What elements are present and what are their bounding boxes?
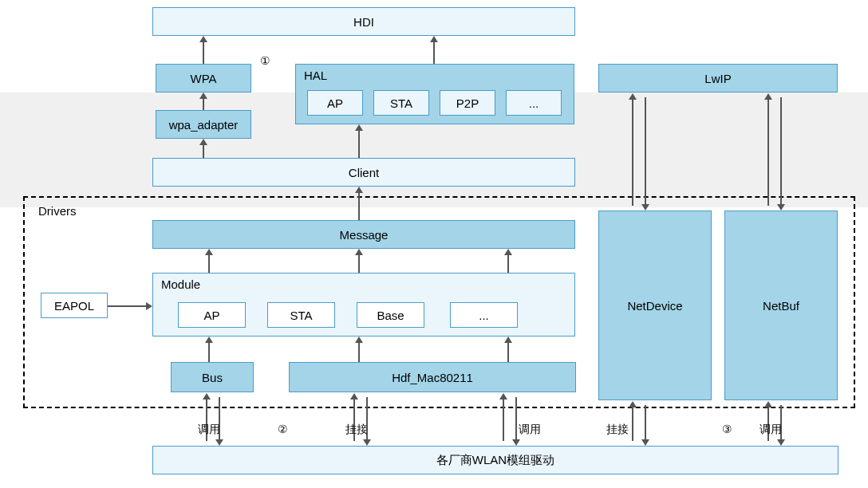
hal-more: ...	[506, 90, 562, 116]
lwip-label: LwIP	[704, 72, 731, 85]
arrow-head	[199, 36, 207, 42]
arrow-head	[355, 187, 363, 193]
arrow-head	[430, 36, 438, 42]
arrow-head	[205, 249, 213, 255]
arrow	[358, 190, 360, 220]
vendor-box: 各厂商WLAN模组驱动	[152, 446, 838, 474]
arrow	[507, 340, 509, 362]
module-title: Module	[161, 277, 200, 291]
lwip-box: LwIP	[598, 64, 838, 92]
arrow-head	[146, 302, 152, 310]
arrow-head	[629, 401, 637, 407]
arrow-head	[203, 393, 211, 399]
module-base: Base	[357, 302, 424, 328]
arrow	[632, 405, 633, 441]
arrow	[632, 97, 633, 206]
arrow-head	[512, 439, 520, 446]
anno-hook1: 挂接	[345, 423, 368, 437]
module-sta: STA	[267, 302, 335, 328]
hdfmac-box: Hdf_Mac80211	[289, 362, 576, 392]
drivers-title: Drivers	[38, 204, 77, 218]
arrow-head	[199, 139, 207, 145]
num1: ①	[260, 54, 270, 67]
arrow	[358, 340, 360, 362]
wpa-box: WPA	[156, 64, 251, 92]
arrow-head	[764, 93, 772, 100]
num2: ②	[278, 423, 288, 435]
hdi-label: HDI	[353, 15, 374, 29]
hdfmac-label: Hdf_Mac80211	[392, 371, 473, 384]
anno-call1: 调用	[198, 423, 220, 437]
arrow-head	[629, 93, 637, 100]
module-ap: AP	[178, 302, 246, 328]
arrow	[358, 128, 360, 158]
arrow-head	[777, 204, 785, 211]
arrow-head	[764, 401, 772, 407]
hal-ap-label: AP	[327, 96, 343, 110]
arrow	[203, 40, 204, 64]
netdevice-label: NetDevice	[627, 299, 682, 313]
client-box: Client	[152, 158, 575, 187]
message-box: Message	[152, 220, 575, 249]
hal-sta-label: STA	[390, 96, 412, 110]
hal-sta: STA	[373, 90, 429, 116]
arrow-head	[641, 439, 649, 446]
netbuf-label: NetBuf	[763, 299, 799, 313]
hdi-box: HDI	[152, 7, 575, 36]
wpa-adapter-box: wpa_adapter	[156, 110, 251, 139]
arrow	[515, 397, 517, 441]
hal-more-label: ...	[529, 96, 539, 110]
netdevice-box: NetDevice	[598, 211, 712, 400]
arrow	[645, 405, 646, 441]
arrow-head	[199, 92, 207, 99]
module-base-label: Base	[377, 309, 404, 322]
arrow-head	[350, 393, 358, 399]
wpa-label: WPA	[190, 72, 216, 85]
anno-call2: 调用	[519, 423, 541, 437]
arrow	[108, 305, 148, 307]
module-more: ...	[450, 302, 518, 328]
arrow-head	[355, 249, 363, 255]
anno-hook2: 挂接	[606, 423, 629, 437]
eapol-label: EAPOL	[54, 299, 94, 313]
arrow-head	[504, 249, 512, 255]
arrow-head	[355, 124, 363, 131]
hal-title: HAL	[304, 69, 327, 82]
arrow-head	[363, 439, 371, 446]
anno-call3: 调用	[760, 423, 782, 437]
arrow-head	[641, 204, 649, 211]
message-label: Message	[340, 228, 389, 242]
arrow	[208, 340, 210, 362]
bus-box: Bus	[171, 362, 254, 392]
num3: ③	[722, 423, 732, 435]
module-ap-label: AP	[203, 309, 219, 322]
arrow	[433, 40, 435, 64]
wpa-adapter-label: wpa_adapter	[169, 118, 239, 132]
netbuf-box: NetBuf	[724, 211, 838, 400]
client-label: Client	[349, 166, 379, 179]
bus-label: Bus	[202, 371, 223, 384]
module-sta-label: STA	[290, 309, 312, 322]
arrow	[503, 397, 504, 441]
eapol-box: EAPOL	[41, 293, 108, 318]
hal-p2p-label: P2P	[456, 96, 479, 110]
arrow-head	[355, 336, 363, 343]
arrow-head	[499, 393, 507, 399]
arrow-head	[504, 336, 512, 343]
module-more-label: ...	[479, 309, 489, 322]
arrow-head	[215, 439, 223, 446]
arrow	[767, 97, 769, 206]
arrow-head	[777, 439, 785, 446]
arrow	[645, 97, 646, 206]
arrow-head	[205, 336, 213, 343]
hal-ap: AP	[307, 90, 363, 116]
hal-p2p: P2P	[440, 90, 495, 116]
arrow	[780, 97, 782, 206]
vendor-label: 各厂商WLAN模组驱动	[436, 453, 554, 468]
